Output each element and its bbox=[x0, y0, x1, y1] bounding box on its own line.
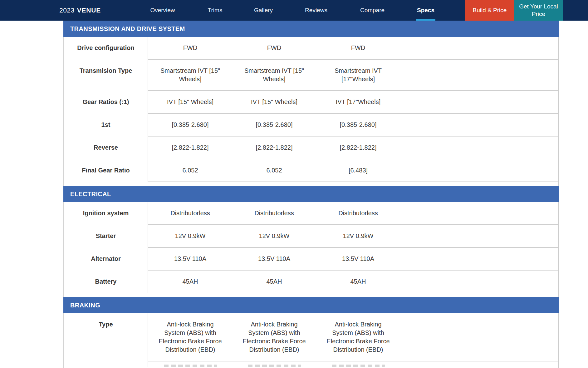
section-header: BRAKING bbox=[63, 297, 559, 313]
table-row: Alternator13.5V 110A13.5V 110A13.5V 110A bbox=[64, 248, 558, 271]
spec-value: IVT [15" Wheels] bbox=[232, 98, 316, 106]
nav-tab-gallery[interactable]: Gallery bbox=[254, 0, 273, 21]
row-label: Final Gear Ratio bbox=[64, 159, 148, 182]
spec-value: 45AH bbox=[232, 277, 316, 286]
row-values: 12V 0.9kW12V 0.9kW12V 0.9kW bbox=[148, 225, 558, 248]
section-header: ELECTRICAL bbox=[63, 186, 559, 202]
row-label: Alternator bbox=[64, 248, 148, 271]
row-label bbox=[64, 361, 148, 367]
spec-value: 12V 0.9kW bbox=[316, 232, 400, 240]
table-row: Starter12V 0.9kW12V 0.9kW12V 0.9kW bbox=[64, 225, 558, 248]
row-values: IVT [15" Wheels]IVT [15" Wheels]IVT [17"… bbox=[148, 91, 558, 114]
vehicle-title: 2023 VENUE bbox=[59, 0, 101, 21]
spec-value: [0.385-2.680] bbox=[148, 121, 232, 129]
spec-value: [6.483] bbox=[316, 166, 400, 175]
table-row: Transmision TypeSmartstream IVT [15" Whe… bbox=[64, 60, 558, 91]
active-tab-underline bbox=[416, 19, 435, 21]
row-label: Battery bbox=[64, 271, 148, 293]
spec-section: BRAKINGTypeAnti-lock Braking System (ABS… bbox=[63, 297, 559, 368]
spec-value: [2.822-1.822] bbox=[148, 143, 232, 152]
spec-value: FWD bbox=[148, 44, 232, 52]
spec-value: 45AH bbox=[148, 277, 232, 286]
table-row: 1st[0.385-2.680][0.385-2.680][0.385-2.68… bbox=[64, 114, 558, 137]
table-row: Final Gear Ratio6.0526.052[6.483] bbox=[64, 159, 558, 182]
spec-value: 12V 0.9kW bbox=[148, 232, 232, 240]
clipped-text-fragment bbox=[248, 365, 301, 367]
row-label: Type bbox=[64, 313, 148, 361]
spec-value: 6.052 bbox=[148, 166, 232, 175]
spec-value: Smartstream IVT [15" Wheels] bbox=[232, 67, 316, 83]
nav-tab-specs-label: Specs bbox=[417, 7, 434, 14]
row-values: 45AH45AH45AH bbox=[148, 271, 558, 293]
spec-value: 13.5V 110A bbox=[148, 255, 232, 263]
top-navigation-bar: 2023 VENUE Overview Trims Gallery Review… bbox=[0, 0, 588, 21]
row-label: 1st bbox=[64, 114, 148, 137]
row-values: 6.0526.052[6.483] bbox=[148, 159, 558, 182]
row-label: Transmision Type bbox=[64, 60, 148, 91]
spec-value: Distributorless bbox=[316, 209, 400, 217]
spec-value: [2.822-1.822] bbox=[316, 143, 400, 152]
spec-value: IVT [17"Wheels] bbox=[316, 98, 400, 106]
table-row: Gear Ratios (:1)IVT [15" Wheels]IVT [15"… bbox=[64, 91, 558, 114]
spec-section: ELECTRICALIgnition systemDistributorless… bbox=[63, 186, 559, 297]
spec-value: Distributorless bbox=[148, 209, 232, 217]
table-row: TypeAnti-lock Braking System (ABS) with … bbox=[64, 313, 558, 361]
row-values: Smartstream IVT [15" Wheels]Smartstream … bbox=[148, 60, 558, 91]
row-label: Starter bbox=[64, 225, 148, 248]
row-values: [0.385-2.680][0.385-2.680][0.385-2.680] bbox=[148, 114, 558, 137]
row-label: Gear Ratios (:1) bbox=[64, 91, 148, 114]
spec-value: [0.385-2.680] bbox=[232, 121, 316, 129]
nav-tab-overview[interactable]: Overview bbox=[150, 0, 175, 21]
section-rows: Drive configurationFWDFWDFWDTransmision … bbox=[63, 37, 559, 186]
get-local-price-button[interactable]: Get Your Local Price bbox=[514, 0, 563, 21]
row-label: Ignition system bbox=[64, 202, 148, 225]
spec-value: Distributorless bbox=[232, 209, 316, 217]
clipped-text-fragment bbox=[332, 365, 385, 367]
section-header: TRANSMISSION AND DRIVE SYSTEM bbox=[63, 21, 559, 37]
spec-value: IVT [15" Wheels] bbox=[148, 98, 232, 106]
table-row: Drive configurationFWDFWDFWD bbox=[64, 37, 558, 60]
clipped-text-fragment bbox=[164, 365, 217, 367]
row-values: DistributorlessDistributorlessDistributo… bbox=[148, 202, 558, 225]
row-label: Reverse bbox=[64, 137, 148, 159]
nav-tab-specs[interactable]: Specs bbox=[417, 0, 434, 21]
vehicle-year: 2023 bbox=[59, 7, 75, 14]
section-rows: Ignition systemDistributorlessDistributo… bbox=[63, 202, 559, 297]
row-label: Drive configuration bbox=[64, 37, 148, 60]
nav-tab-compare[interactable]: Compare bbox=[360, 0, 385, 21]
spec-value: 13.5V 110A bbox=[232, 255, 316, 263]
row-values: [2.822-1.822][2.822-1.822][2.822-1.822] bbox=[148, 137, 558, 159]
spec-section: TRANSMISSION AND DRIVE SYSTEMDrive confi… bbox=[63, 21, 559, 186]
vehicle-model: VENUE bbox=[77, 7, 101, 14]
row-values: 13.5V 110A13.5V 110A13.5V 110A bbox=[148, 248, 558, 271]
row-values: FWDFWDFWD bbox=[148, 37, 558, 60]
spec-value: 45AH bbox=[316, 277, 400, 286]
spec-value bbox=[316, 365, 400, 367]
spec-value: Anti-lock Braking System (ABS) with Elec… bbox=[148, 320, 232, 354]
table-row: Reverse[2.822-1.822][2.822-1.822][2.822-… bbox=[64, 137, 558, 159]
spec-value: 6.052 bbox=[232, 166, 316, 175]
spec-value: FWD bbox=[232, 44, 316, 52]
spec-value: Anti-lock Braking System (ABS) with Elec… bbox=[316, 320, 400, 354]
row-values bbox=[148, 361, 558, 367]
spec-value: 12V 0.9kW bbox=[232, 232, 316, 240]
spec-value: [0.385-2.680] bbox=[316, 121, 400, 129]
table-row: Battery45AH45AH45AH bbox=[64, 271, 558, 293]
spec-table: TRANSMISSION AND DRIVE SYSTEMDrive confi… bbox=[63, 21, 559, 368]
section-rows: TypeAnti-lock Braking System (ABS) with … bbox=[63, 313, 559, 368]
nav-tab-trims[interactable]: Trims bbox=[208, 0, 223, 21]
build-and-price-button[interactable]: Build & Price bbox=[465, 0, 514, 21]
spec-value: Smartstream IVT [15" Wheels] bbox=[148, 67, 232, 83]
nav-tab-reviews[interactable]: Reviews bbox=[305, 0, 327, 21]
row-values: Anti-lock Braking System (ABS) with Elec… bbox=[148, 313, 558, 361]
spec-value: 13.5V 110A bbox=[316, 255, 400, 263]
table-row: Ignition systemDistributorlessDistributo… bbox=[64, 202, 558, 225]
spec-value: Anti-lock Braking System (ABS) with Elec… bbox=[232, 320, 316, 354]
spec-value: Smartstream IVT [17"Wheels] bbox=[316, 67, 400, 83]
spec-value: [2.822-1.822] bbox=[232, 143, 316, 152]
spec-value bbox=[232, 365, 316, 367]
spec-value bbox=[148, 365, 232, 367]
spec-value: FWD bbox=[316, 44, 400, 52]
clipped-next-row bbox=[64, 361, 558, 367]
